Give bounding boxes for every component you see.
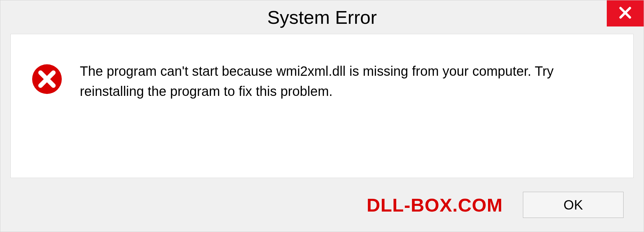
close-icon (618, 6, 632, 21)
ok-button[interactable]: OK (523, 192, 624, 218)
dialog-body: The program can't start because wmi2xml.… (10, 34, 634, 178)
system-error-dialog: System Error The program can't start bec… (0, 0, 644, 232)
error-message: The program can't start because wmi2xml.… (80, 61, 613, 101)
dialog-footer: DLL-BOX.COM OK (0, 178, 644, 232)
dialog-title: System Error (267, 6, 377, 28)
ok-button-label: OK (564, 197, 583, 213)
error-icon (31, 63, 63, 95)
title-bar: System Error (0, 0, 644, 34)
close-button[interactable] (607, 0, 644, 26)
watermark-text: DLL-BOX.COM (367, 194, 503, 216)
